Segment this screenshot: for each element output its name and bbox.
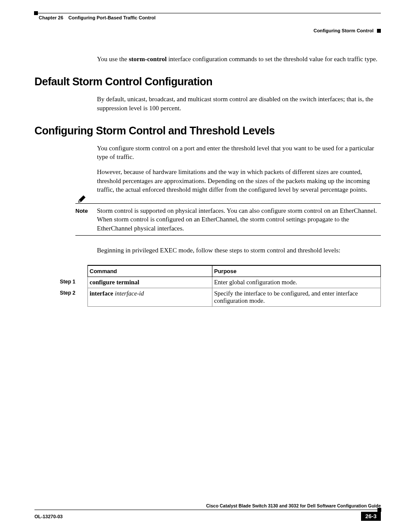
col-purpose: Purpose [212,265,381,277]
col-command: Command [88,265,212,277]
purpose-cell: Enter global configuration mode. [212,277,381,288]
page-number-badge: 26-3 [361,512,381,521]
footer-rule [34,510,381,510]
rule-square-icon [34,11,38,15]
note-label-cell: Note [75,206,97,233]
note-pen-icon [77,194,87,204]
note-label: Note [75,208,88,214]
footer-title: Cisco Catalyst Blade Switch 3130 and 303… [34,503,381,508]
intro-pre: You use the [97,56,129,62]
command-cell: configure terminal [88,277,212,288]
header-rule [34,13,381,13]
section-title: Configuring Storm Control [314,28,374,33]
rule-square-icon [377,508,381,512]
purpose-cell: Specify the interface to be configured, … [212,288,381,307]
square-icon [377,29,381,33]
note-text: Storm control is supported on physical i… [97,206,381,233]
configure-paragraph-1: You configure storm control on a port an… [97,144,381,162]
doc-number: OL-13270-03 [34,514,62,519]
section-heading-configuring: Configuring Storm Control and Threshold … [34,124,381,137]
table-row: Step 1 configure terminal Enter global c… [58,277,381,288]
intro-bold: storm-control [129,56,167,62]
default-paragraph: By default, unicast, broadcast, and mult… [97,95,381,112]
running-header: Chapter 26 Configuring Port-Based Traffi… [34,15,381,20]
steps-table: Command Purpose Step 1 configure termina… [58,265,381,307]
section-header: Configuring Storm Control [34,28,381,33]
intro-post: interface configuration commands to set … [167,56,377,62]
cmd-ital: interface-id [113,290,144,297]
step-label: Step 2 [58,288,88,307]
page-footer: Cisco Catalyst Blade Switch 3130 and 303… [34,503,381,521]
table-row: Step 2 interface interface-id Specify th… [58,288,381,307]
chapter-number: Chapter 26 [39,15,63,20]
cmd-bold: interface [90,290,113,297]
configure-paragraph-2: However, because of hardware limitations… [97,168,381,194]
intro-paragraph: You use the storm-control interface conf… [97,55,381,63]
col-step [58,265,88,277]
step-label: Step 1 [58,277,88,288]
chapter-title: Configuring Port-Based Traffic Control [68,15,156,20]
cmd-bold: configure terminal [90,279,139,286]
section-heading-default: Default Storm Control Configuration [34,75,381,88]
steps-intro: Beginning in privileged EXEC mode, follo… [97,246,381,255]
note-block: Note Storm control is supported on physi… [75,203,381,236]
command-cell: interface interface-id [88,288,212,307]
